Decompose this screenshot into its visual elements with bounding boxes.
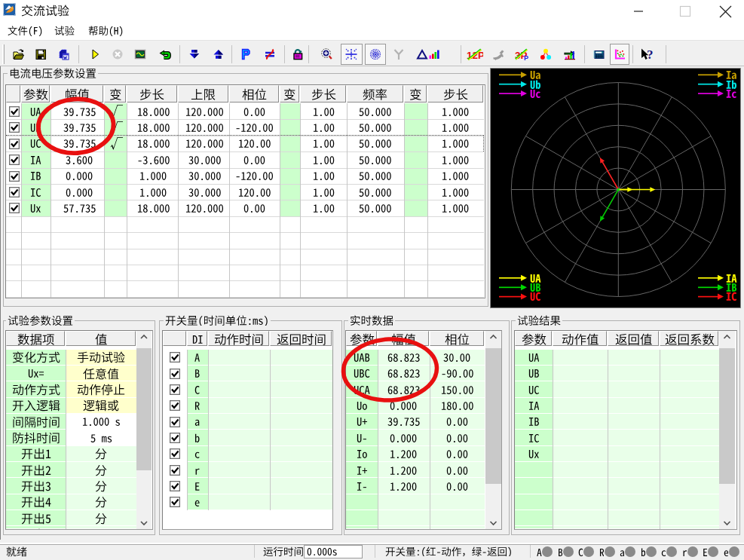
svg-text:?: ?: [647, 48, 654, 60]
svg-text:P: P: [524, 54, 528, 60]
